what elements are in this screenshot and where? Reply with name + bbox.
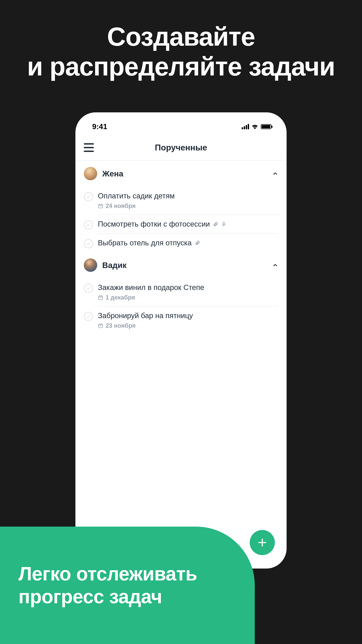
task-checkbox[interactable] <box>84 312 93 321</box>
banner-line2: прогресс задач <box>18 585 197 608</box>
section-header-wife[interactable]: Жена <box>75 160 287 187</box>
task-title: Выбрать отель для отпуска <box>98 239 192 247</box>
avatar <box>84 167 97 180</box>
task-body: Закажи винил в подарок Степе 1 декабря <box>98 283 278 306</box>
task-body: Забронируй бар на пятницу 23 ноября <box>98 312 278 334</box>
task-title: Забронируй бар на пятницу <box>98 312 193 320</box>
task-meta: 24 ноября <box>98 202 278 210</box>
task-date: 24 ноября <box>106 202 136 210</box>
microphone-icon <box>221 221 226 227</box>
banner-line1: Легко отслеживать <box>18 562 197 585</box>
task-item[interactable]: Оплатить садик детям 24 ноября <box>75 187 287 215</box>
task-item[interactable]: Выбрать отель для отпуска <box>75 234 287 252</box>
task-title: Посмотреть фотки с фотосессии <box>98 220 210 228</box>
status-time: 9:41 <box>92 122 107 131</box>
avatar <box>84 258 97 272</box>
wifi-icon <box>251 124 258 129</box>
task-meta: 23 ноября <box>98 322 278 329</box>
paperclip-icon <box>213 221 218 227</box>
paperclip-icon <box>195 240 200 246</box>
task-meta: 1 декабря <box>98 294 278 301</box>
task-title: Закажи винил в подарок Степе <box>98 283 204 292</box>
svg-rect-0 <box>98 204 103 208</box>
calendar-icon <box>98 295 103 300</box>
calendar-icon <box>98 203 103 209</box>
svg-rect-5 <box>98 296 103 300</box>
svg-rect-4 <box>223 222 225 224</box>
task-date: 1 декабря <box>106 294 135 301</box>
task-checkbox[interactable] <box>84 284 93 293</box>
cellular-signal-icon <box>242 124 249 129</box>
promo-headline: Создавайте и распределяйте задачи <box>0 0 362 82</box>
task-list-wife: Оплатить садик детям 24 ноября Посмотрет… <box>75 187 287 252</box>
section-header-vadik[interactable]: Вадик <box>75 252 287 278</box>
task-list-vadik: Закажи винил в подарок Степе 1 декабря З… <box>75 278 287 334</box>
task-item[interactable]: Закажи винил в подарок Степе 1 декабря <box>75 278 287 306</box>
promo-banner-text: Легко отслеживать прогресс задач <box>18 562 197 608</box>
task-item[interactable]: Забронируй бар на пятницу 23 ноября <box>75 306 287 334</box>
phone-mockup: 9:41 Порученные Жена <box>75 112 287 568</box>
status-bar: 9:41 <box>75 116 287 137</box>
battery-icon <box>261 124 272 129</box>
task-checkbox[interactable] <box>84 220 93 230</box>
promo-headline-line2: и распределяйте задачи <box>0 52 362 82</box>
task-checkbox[interactable] <box>84 239 93 248</box>
chevron-up-icon <box>272 262 278 268</box>
status-icons <box>242 124 272 129</box>
promo-banner: Легко отслеживать прогресс задач <box>0 526 255 644</box>
task-title: Оплатить садик детям <box>98 192 175 200</box>
chevron-up-icon <box>272 170 278 176</box>
calendar-icon <box>98 323 103 328</box>
nav-bar: Порученные <box>75 137 287 160</box>
task-item[interactable]: Посмотреть фотки с фотосессии <box>75 215 287 234</box>
section-name: Вадик <box>102 260 267 270</box>
svg-rect-9 <box>98 324 103 328</box>
task-checkbox[interactable] <box>84 192 93 202</box>
task-body: Выбрать отель для отпуска <box>98 239 278 252</box>
task-date: 23 ноября <box>106 322 136 329</box>
page-title: Порученные <box>84 143 278 152</box>
section-name: Жена <box>102 169 267 178</box>
task-body: Оплатить садик детям 24 ноября <box>98 192 278 215</box>
promo-headline-line1: Создавайте <box>0 22 362 52</box>
add-task-button[interactable] <box>250 530 275 555</box>
task-body: Посмотреть фотки с фотосессии <box>98 220 278 234</box>
